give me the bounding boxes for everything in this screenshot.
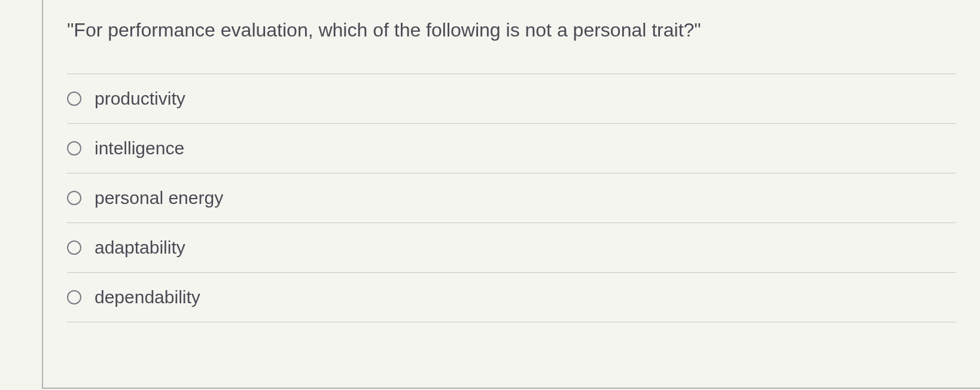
question-text: "For performance evaluation, which of th…: [43, 0, 980, 74]
option-intelligence[interactable]: intelligence: [67, 123, 956, 173]
option-label: intelligence: [95, 138, 184, 159]
option-label: personal energy: [95, 188, 223, 208]
option-productivity[interactable]: productivity: [67, 74, 956, 123]
option-label: adaptability: [95, 237, 185, 258]
option-dependability[interactable]: dependability: [67, 272, 956, 322]
options-list: productivity intelligence personal energ…: [43, 74, 980, 322]
radio-icon: [67, 141, 81, 156]
option-adaptability[interactable]: adaptability: [67, 223, 956, 272]
option-label: dependability: [95, 287, 200, 307]
radio-icon: [67, 92, 81, 106]
radio-icon: [67, 191, 81, 205]
radio-icon: [67, 290, 81, 304]
question-container: "For performance evaluation, which of th…: [42, 0, 980, 389]
radio-icon: [67, 240, 81, 255]
option-personal-energy[interactable]: personal energy: [67, 173, 956, 223]
option-label: productivity: [95, 89, 185, 109]
